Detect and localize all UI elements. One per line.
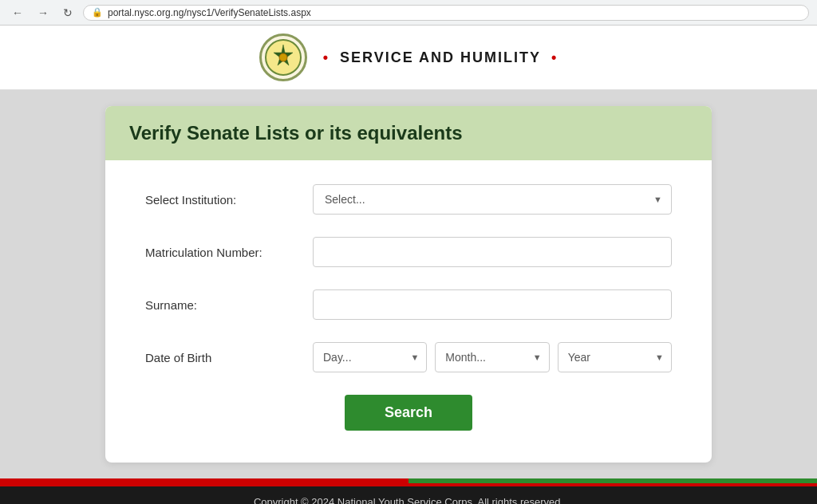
matric-input[interactable] bbox=[313, 237, 672, 267]
institution-select-wrapper: Select... bbox=[313, 184, 672, 215]
url-text: portal.nysc.org.ng/nysc1/VerifySenateLis… bbox=[108, 7, 311, 18]
footer-text: Copyright © 2024 National Youth Service … bbox=[254, 496, 563, 504]
back-button[interactable]: ← bbox=[8, 5, 27, 21]
form-card: Verify Senate Lists or its equivalents S… bbox=[105, 106, 712, 463]
day-select[interactable]: Day... bbox=[313, 342, 427, 372]
surname-input[interactable] bbox=[313, 289, 672, 320]
form-title: Verify Senate Lists or its equivalents bbox=[129, 122, 688, 144]
site-tagline: • SERVICE AND HUMILITY • bbox=[323, 49, 558, 66]
search-btn-row: Search bbox=[145, 395, 672, 431]
year-select-wrap: Year bbox=[558, 342, 672, 372]
matric-label: Matriculation Number: bbox=[145, 246, 297, 259]
form-body: Select Institution: Select... Matriculat… bbox=[105, 176, 712, 431]
dot-left: • bbox=[323, 49, 330, 65]
institution-control: Select... bbox=[313, 184, 672, 215]
browser-chrome: ← → ↻ 🔒 portal.nysc.org.ng/nysc1/VerifyS… bbox=[0, 0, 817, 26]
address-bar[interactable]: 🔒 portal.nysc.org.ng/nysc1/VerifySenateL… bbox=[83, 5, 809, 21]
dob-row: Date of Birth Day... Month... bbox=[145, 342, 672, 372]
day-select-wrap: Day... bbox=[313, 342, 427, 372]
site-footer: Copyright © 2024 National Youth Service … bbox=[0, 483, 817, 504]
dot-right: • bbox=[551, 49, 558, 65]
main-area: Verify Senate Lists or its equivalents S… bbox=[0, 90, 817, 478]
page-content: • SERVICE AND HUMILITY • Verify Senate L… bbox=[0, 26, 817, 478]
surname-row: Surname: bbox=[145, 289, 672, 320]
month-select[interactable]: Month... bbox=[435, 342, 549, 372]
institution-select[interactable]: Select... bbox=[313, 184, 672, 215]
reload-button[interactable]: ↻ bbox=[59, 5, 77, 21]
institution-label: Select Institution: bbox=[145, 193, 297, 207]
matric-control bbox=[313, 237, 672, 267]
dob-label: Date of Birth bbox=[145, 351, 297, 364]
matric-row: Matriculation Number: bbox=[145, 237, 672, 267]
dob-group: Day... Month... Year bbox=[313, 342, 672, 372]
institution-row: Select Institution: Select... bbox=[145, 184, 672, 215]
surname-label: Surname: bbox=[145, 298, 297, 312]
month-select-wrap: Month... bbox=[435, 342, 549, 372]
logo bbox=[259, 33, 307, 81]
year-select[interactable]: Year bbox=[558, 342, 672, 372]
logo-emblem bbox=[262, 37, 304, 78]
forward-button[interactable]: → bbox=[34, 5, 53, 21]
lock-icon: 🔒 bbox=[92, 7, 103, 18]
surname-control bbox=[313, 289, 672, 320]
svg-point-2 bbox=[279, 53, 287, 61]
search-button[interactable]: Search bbox=[345, 395, 472, 431]
tagline-text: SERVICE AND HUMILITY bbox=[340, 49, 541, 65]
site-header: • SERVICE AND HUMILITY • bbox=[0, 26, 817, 90]
form-title-bar: Verify Senate Lists or its equivalents bbox=[105, 106, 712, 160]
